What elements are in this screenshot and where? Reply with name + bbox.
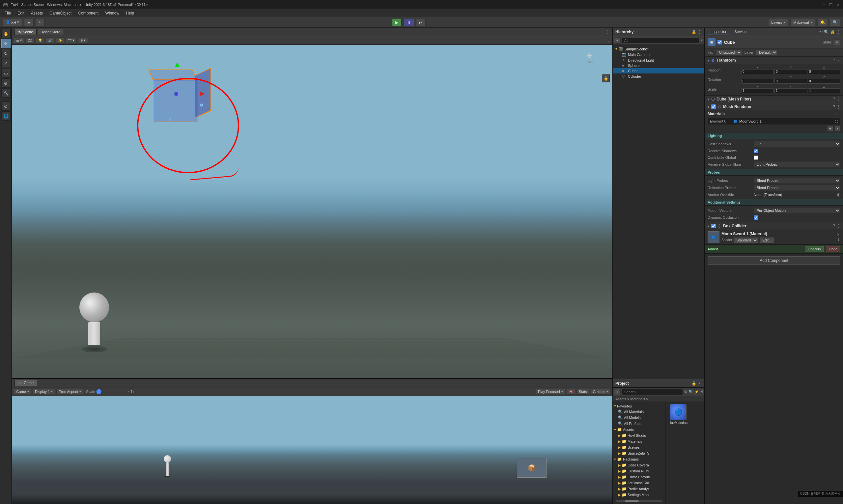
- box-collider-active-checkbox[interactable]: [711, 224, 716, 228]
- mesh-filter-settings-icon[interactable]: ⋮: [837, 97, 840, 102]
- box-collider-help-icon[interactable]: ?: [833, 224, 835, 228]
- project-materials[interactable]: ▶ 📁 Materials: [613, 438, 665, 444]
- project-code-coverage[interactable]: ▶ 📁 Code Covera: [613, 462, 665, 468]
- hand-tool[interactable]: ✋: [1, 29, 11, 38]
- tab-services[interactable]: Services: [730, 29, 752, 35]
- mesh-filter-help-icon[interactable]: ?: [833, 97, 835, 102]
- mat-remove-button[interactable]: -: [835, 126, 840, 131]
- project-lock-icon[interactable]: 🔒: [692, 381, 696, 386]
- project-favorites-group[interactable]: ▾ Favorites: [613, 403, 665, 409]
- pause-button[interactable]: ⏸: [403, 19, 414, 26]
- mute-button[interactable]: 🔇: [567, 389, 575, 395]
- light-probes-dropdown[interactable]: Blend Probes Off: [754, 178, 840, 183]
- inspector-lock-icon[interactable]: 🔒: [830, 30, 835, 34]
- stats-button[interactable]: Stats: [576, 389, 589, 395]
- hierarchy-item-cylinder[interactable]: ⬡ Cylinder: [613, 73, 704, 79]
- tag-dropdown[interactable]: Untagged: [716, 49, 742, 55]
- tab-scene[interactable]: 👁 Scene: [15, 29, 37, 35]
- tab-game[interactable]: 🎮 Game: [15, 380, 37, 386]
- menu-component[interactable]: Component: [75, 10, 102, 16]
- layer-dropdown[interactable]: Default: [756, 49, 777, 55]
- hierarchy-item-cube[interactable]: ■ Cube: [613, 68, 704, 73]
- position-x-input[interactable]: [741, 69, 774, 74]
- hierarchy-item-main-camera[interactable]: 📷 Main Camera: [613, 52, 704, 57]
- menu-edit[interactable]: Edit: [14, 10, 28, 16]
- project-scrollbar[interactable]: [615, 500, 662, 502]
- position-y-input[interactable]: [774, 69, 807, 74]
- hierarchy-menu-icon[interactable]: ⋮: [698, 30, 702, 34]
- cube-object[interactable]: ▲ ▶ ❄ ❄ ❄: [148, 70, 206, 127]
- scene-audio-btn[interactable]: 🔊: [46, 38, 54, 43]
- anchor-override-select-icon[interactable]: ◎: [837, 192, 840, 197]
- menu-assets[interactable]: Assets: [28, 10, 46, 16]
- layout-dropdown[interactable]: MyLayout ▾: [790, 19, 815, 26]
- hierarchy-scene-root[interactable]: ▾ 🎬 SampleScene*: [613, 46, 704, 52]
- game-label-dropdown[interactable]: Game ▾: [14, 389, 31, 394]
- project-all-materials[interactable]: 🔍 All Materials: [613, 409, 665, 415]
- motion-vectors-dropdown[interactable]: Per Object Motion Camera Motion Only For…: [754, 208, 840, 214]
- inspector-history-icon[interactable]: ⟲: [819, 30, 823, 34]
- project-profile-analyzer[interactable]: ▶ 📁 Profile Analyz: [613, 486, 665, 492]
- project-custom-nunit[interactable]: ▶ 📁 Custom NUni: [613, 468, 665, 474]
- transform-help-icon[interactable]: ?: [833, 58, 835, 62]
- material-settings-icon[interactable]: ⋮: [837, 237, 840, 242]
- project-search-input[interactable]: [622, 389, 683, 395]
- menu-file[interactable]: File: [1, 10, 14, 16]
- static-button[interactable]: ▾: [834, 39, 840, 45]
- project-blue-material-item[interactable]: 🔵 blueMaterials: [667, 403, 690, 425]
- receive-shadows-checkbox[interactable]: [754, 149, 758, 153]
- scene-lock-btn[interactable]: 🔒: [602, 74, 610, 82]
- project-spacezeta[interactable]: ▶ 📁 SpaceZeta_S: [613, 450, 665, 456]
- shader-dropdown[interactable]: Standard: [733, 237, 758, 243]
- mesh-renderer-settings-icon[interactable]: ⋮: [837, 104, 840, 109]
- rect-tool[interactable]: ▭: [1, 69, 11, 78]
- checkin-button[interactable]: Checkin: [805, 246, 824, 252]
- menu-help[interactable]: Help: [123, 10, 137, 16]
- tab-inspector[interactable]: Inspector: [707, 29, 730, 35]
- global-toggle[interactable]: 🌐: [1, 111, 11, 121]
- scale-slider[interactable]: [96, 391, 129, 392]
- project-scenes[interactable]: ▶ 📁 Scenes: [613, 444, 665, 450]
- object-active-checkbox[interactable]: [717, 40, 722, 44]
- cast-shadows-dropdown[interactable]: On Off Two Sided Shadows Only: [754, 141, 840, 147]
- add-component-button[interactable]: Add Component: [707, 256, 840, 265]
- services-button[interactable]: 🔔: [817, 19, 828, 26]
- scene-toolbar-menu[interactable]: ⋮: [607, 38, 610, 42]
- material-help-icon[interactable]: ?: [837, 233, 840, 237]
- scale-x-input[interactable]: [741, 88, 774, 93]
- mat-name[interactable]: MoonSword 1: [739, 119, 833, 123]
- scene-viewport[interactable]: ▲ ▶ ❄ ❄ ❄ ⊕ Persp: [12, 45, 612, 378]
- mesh-filter-header[interactable]: ▾ ⬡ Cube (Mesh Filter) ? ⋮: [705, 95, 843, 103]
- sphere-object[interactable]: [74, 292, 114, 345]
- collab-button[interactable]: ☁: [24, 19, 34, 26]
- project-refresh-icon[interactable]: ↻: [684, 390, 687, 394]
- project-all-models[interactable]: 🔍 All Models: [613, 415, 665, 421]
- hierarchy-item-sphere[interactable]: ● Sphere: [613, 63, 704, 68]
- reflection-probes-dropdown[interactable]: Blend Probes Off: [754, 185, 840, 191]
- scene-shading-btn[interactable]: ☰ ▾: [14, 38, 24, 43]
- project-jetbrains-rider[interactable]: ▶ 📁 JetBrains Rid: [613, 480, 665, 486]
- game-panel-menu[interactable]: ⋮: [606, 381, 610, 385]
- edit-shader-button[interactable]: Edit...: [759, 237, 774, 243]
- hierarchy-item-directional-light[interactable]: ☀ Directional Light: [613, 57, 704, 63]
- hierarchy-search-input[interactable]: [622, 38, 700, 43]
- scale-z-input[interactable]: [808, 88, 840, 93]
- project-filter-icon[interactable]: 🔍: [688, 390, 693, 394]
- tab-asset-store[interactable]: Asset Store: [38, 29, 64, 35]
- transform-settings-icon[interactable]: ⋮: [837, 58, 840, 62]
- minimize-button[interactable]: −: [821, 2, 826, 7]
- box-collider-settings-icon[interactable]: ⋮: [837, 224, 840, 228]
- menu-gameobject[interactable]: GameObject: [46, 10, 75, 16]
- rotation-z-input[interactable]: [808, 79, 840, 84]
- scene-camera-btn[interactable]: 📷▾: [66, 38, 77, 43]
- close-button[interactable]: ×: [836, 2, 840, 7]
- project-settings-manager[interactable]: ▶ 📁 Settings Man: [613, 492, 665, 498]
- dynamic-occlusion-checkbox[interactable]: [754, 215, 758, 220]
- project-editor-coroutines[interactable]: ▶ 📁 Editor Corouti: [613, 474, 665, 480]
- project-add-btn[interactable]: +: [614, 389, 621, 395]
- mesh-renderer-active-checkbox[interactable]: [711, 104, 716, 109]
- game-viewport[interactable]: 📦: [12, 396, 612, 504]
- transform-tool[interactable]: ⊕: [1, 78, 11, 88]
- hierarchy-add-btn[interactable]: +: [614, 38, 621, 43]
- maximize-button[interactable]: □: [828, 2, 833, 7]
